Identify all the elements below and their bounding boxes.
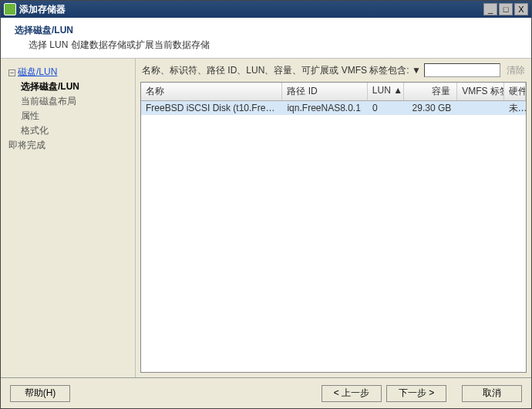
step-disk-lun[interactable]: −磁盘/LUN (8, 65, 130, 79)
step-select-disk-lun[interactable]: 选择磁盘/LUN (8, 79, 130, 94)
collapse-icon[interactable]: − (8, 69, 15, 76)
page-title: 选择磁盘/LUN (15, 24, 517, 37)
table-row[interactable]: FreeBSD iSCSI Disk (t10.FreeBSD_i... iqn… (141, 101, 526, 115)
col-path[interactable]: 路径 ID (282, 83, 367, 100)
cell-path: iqn.FreeNAS8.0.1 (282, 102, 368, 114)
dialog-window: 添加存储器 _ □ X 选择磁盘/LUN 选择 LUN 创建数据存储或扩展当前数… (0, 0, 532, 409)
cell-lun: 0 (368, 102, 404, 114)
col-hw[interactable]: 硬件 (504, 83, 526, 100)
filter-bar: 名称、标识符、路径 ID、LUN、容量、可扩展或 VMFS 标签包含: ▼ 清除 (136, 59, 531, 82)
lun-table: 名称 路径 ID LUN ▲ 容量 VMFS 标签 硬件 FreeBSD iSC… (140, 82, 527, 373)
col-name[interactable]: 名称 (141, 83, 282, 100)
back-button[interactable]: < 上一步 (322, 385, 382, 402)
titlebar[interactable]: 添加存储器 _ □ X (1, 1, 531, 18)
minimize-button[interactable]: _ (483, 3, 497, 15)
step-properties[interactable]: 属性 (8, 109, 130, 123)
wizard-steps-sidebar: −磁盘/LUN 选择磁盘/LUN 当前磁盘布局 属性 格式化 即将完成 (1, 59, 136, 377)
page-subtitle: 选择 LUN 创建数据存储或扩展当前数据存储 (29, 39, 517, 52)
wizard-header: 选择磁盘/LUN 选择 LUN 创建数据存储或扩展当前数据存储 (1, 18, 531, 59)
vsphere-icon (4, 3, 16, 15)
window-title: 添加存储器 (19, 3, 483, 16)
cell-vmfs (457, 107, 503, 109)
main-panel: 名称、标识符、路径 ID、LUN、容量、可扩展或 VMFS 标签包含: ▼ 清除… (136, 59, 531, 377)
step-label: 磁盘/LUN (18, 66, 57, 77)
col-capacity[interactable]: 容量 (404, 83, 458, 100)
col-vmfs[interactable]: VMFS 标签 (457, 83, 503, 100)
col-lun[interactable]: LUN ▲ (368, 83, 404, 100)
window-controls: _ □ X (483, 3, 528, 15)
maximize-button[interactable]: □ (499, 3, 513, 15)
step-ready-complete[interactable]: 即将完成 (8, 138, 130, 153)
cancel-button[interactable]: 取消 (462, 385, 522, 402)
clear-filter-button[interactable]: 清除 (507, 64, 525, 77)
table-body: FreeBSD iSCSI Disk (t10.FreeBSD_i... iqn… (141, 101, 526, 372)
wizard-footer: 帮助(H) < 上一步 下一步 > 取消 (1, 377, 531, 408)
wizard-body: −磁盘/LUN 选择磁盘/LUN 当前磁盘布局 属性 格式化 即将完成 名称、标… (1, 59, 531, 377)
table-header: 名称 路径 ID LUN ▲ 容量 VMFS 标签 硬件 (141, 83, 526, 101)
filter-input[interactable] (424, 63, 500, 77)
close-button[interactable]: X (514, 3, 528, 15)
cell-hw: 未知 (504, 101, 526, 116)
step-format[interactable]: 格式化 (8, 123, 130, 138)
cell-name: FreeBSD iSCSI Disk (t10.FreeBSD_i... (141, 102, 282, 114)
help-button[interactable]: 帮助(H) (10, 385, 70, 402)
filter-label: 名称、标识符、路径 ID、LUN、容量、可扩展或 VMFS 标签包含: ▼ (142, 64, 421, 77)
next-button[interactable]: 下一步 > (386, 385, 446, 402)
step-current-layout[interactable]: 当前磁盘布局 (8, 94, 130, 109)
cell-capacity: 29.30 GB (404, 102, 458, 114)
